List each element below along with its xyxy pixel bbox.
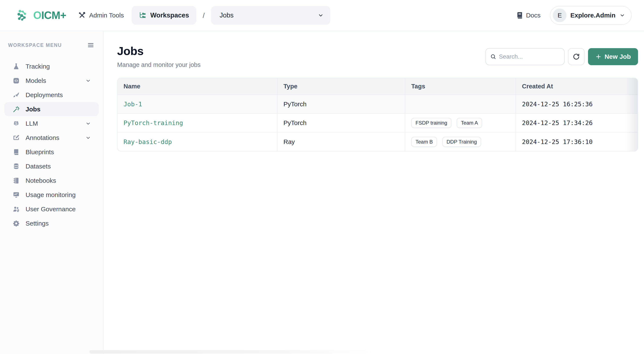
job-tags-cell: [405, 95, 516, 114]
chevron-down-icon: [85, 78, 91, 84]
sidebar-item-models[interactable]: Models: [4, 74, 99, 88]
job-type: PyTorch: [284, 100, 306, 108]
table-row: PyTorch-training PyTorch FSDP training T…: [118, 114, 638, 132]
search-icon: [490, 54, 496, 60]
chevron-down-icon: [85, 135, 91, 141]
page-subtitle: Manage and monitor your jobs: [117, 61, 200, 68]
table-row: Job-1 PyTorch 2024-12-25 16:25:36: [118, 95, 638, 114]
created-at-value: 2024-12-25 17:34:26: [522, 119, 593, 126]
wand-sparkles-icon: [12, 106, 20, 113]
main-content: Jobs Manage and monitor your jobs: [104, 31, 644, 354]
sidebar-item-notebooks[interactable]: Notebooks: [4, 174, 99, 188]
sidebar-item-user-governance[interactable]: User Governance: [4, 202, 99, 216]
admin-tools-label: Admin Tools: [89, 12, 124, 19]
sidebar-item-usage-monitoring[interactable]: Usage monitoring: [4, 188, 99, 202]
breadcrumb-separator: /: [203, 11, 205, 20]
flask-icon: [12, 62, 20, 70]
column-header-name: Name: [118, 78, 277, 95]
sidebar-item-label: Datasets: [26, 163, 51, 170]
sidebar-item-label: Jobs: [26, 106, 40, 113]
sidebar-item-label: User Governance: [26, 206, 76, 213]
folder-tree-icon: [139, 12, 146, 19]
sidebar-item-label: Models: [26, 77, 46, 84]
user-name: Explore.Admin: [570, 12, 616, 19]
page-title: Jobs: [117, 44, 200, 58]
tag-badge: Team B: [411, 137, 437, 147]
search-box: [485, 48, 564, 65]
sidebar-item-label: Usage monitoring: [26, 191, 76, 198]
sidebar-item-label: Annotations: [26, 134, 59, 142]
tag-badge: DDP Training: [442, 137, 481, 147]
column-header-tags: Tags: [405, 78, 516, 95]
new-job-button[interactable]: New Job: [588, 48, 638, 65]
workspace-menu-label: WORKSPACE MENU: [8, 42, 62, 48]
job-tags-cell: Team B DDP Training: [405, 132, 516, 151]
notebook-icon: [12, 177, 20, 184]
refresh-button[interactable]: [568, 48, 584, 65]
monitor-chart-icon: [12, 191, 20, 199]
sidebar-item-label: Settings: [26, 220, 48, 227]
sidebar-item-label: Deployments: [26, 92, 63, 98]
created-at-value: 2024-12-25 16:25:36: [522, 100, 593, 108]
workspace-selector[interactable]: Jobs: [211, 6, 330, 25]
admin-tools-icon: [78, 12, 86, 19]
horizontal-scrollbar[interactable]: [90, 350, 375, 354]
rocket-icon: [12, 91, 20, 99]
sidebar-item-label: Tracking: [26, 63, 50, 70]
job-type: Ray: [284, 138, 295, 145]
sidebar-collapse-button[interactable]: [86, 40, 96, 50]
search-input[interactable]: [499, 53, 560, 60]
sidebar-item-deployments[interactable]: Deployments: [4, 88, 99, 102]
sidebar-item-blueprints[interactable]: Blueprints: [4, 145, 99, 159]
avatar: E: [553, 8, 566, 22]
logo-text: OICM+: [33, 9, 66, 22]
chevron-down-icon: [619, 12, 625, 18]
edit-square-icon: [12, 134, 20, 142]
docs-button[interactable]: Docs: [516, 12, 540, 19]
database-icon: [12, 162, 20, 170]
sidebar-item-settings[interactable]: Settings: [4, 216, 99, 230]
refresh-icon: [573, 53, 580, 60]
book-icon: [516, 12, 524, 19]
column-header-created-at: Created At: [516, 78, 638, 95]
job-name-link[interactable]: Ray-basic-ddp: [124, 138, 172, 146]
hamburger-icon: [87, 42, 94, 49]
topbar: OICM+ Admin Tools: [0, 0, 644, 31]
tag-badge: Team A: [456, 118, 482, 128]
chevron-down-icon: [318, 12, 324, 18]
workspaces-button[interactable]: Workspaces: [132, 6, 196, 25]
column-header-type: Type: [277, 78, 405, 95]
sidebar-item-tracking[interactable]: Tracking: [4, 59, 99, 74]
sidebar-item-jobs[interactable]: Jobs: [4, 102, 99, 116]
jobs-table: Name Type Tags Created At Job-1 PyTorch …: [117, 78, 638, 152]
docs-label: Docs: [526, 12, 540, 19]
created-at-value: 2024-12-25 17:36:10: [522, 138, 593, 146]
job-name-link[interactable]: Job-1: [124, 100, 142, 108]
logo-molecule-icon: [16, 8, 30, 22]
table-header-row: Name Type Tags Created At: [118, 78, 638, 95]
chevron-down-icon: [85, 120, 91, 126]
workspaces-label: Workspaces: [150, 12, 189, 19]
workspace-selector-value: Jobs: [220, 12, 234, 19]
user-menu[interactable]: E Explore.Admin: [550, 6, 632, 25]
book-icon: [12, 148, 20, 156]
gear-icon: [12, 220, 20, 227]
sidebar-item-llm[interactable]: LLM: [4, 116, 99, 130]
sidebar-nav: Tracking Models: [0, 59, 103, 230]
sidebar: WORKSPACE MENU Tracking Models: [0, 31, 104, 354]
sidebar-item-annotations[interactable]: Annotations: [4, 130, 99, 145]
job-name-link[interactable]: PyTorch-training: [124, 119, 183, 126]
tag-badge: FSDP training: [411, 118, 452, 128]
sidebar-item-label: Blueprints: [26, 148, 54, 156]
code-square-icon: [12, 77, 20, 84]
new-job-label: New Job: [604, 53, 631, 60]
users-gear-icon: [12, 205, 20, 213]
sidebar-item-datasets[interactable]: Datasets: [4, 159, 99, 174]
admin-tools-button[interactable]: Admin Tools: [78, 12, 124, 19]
job-type: PyTorch: [284, 119, 306, 126]
logo[interactable]: OICM+: [16, 8, 66, 22]
job-tags-cell: FSDP training Team A: [405, 114, 516, 132]
sidebar-item-label: Notebooks: [26, 177, 56, 184]
sidebar-item-label: LLM: [26, 120, 38, 127]
plus-icon: [595, 54, 602, 60]
